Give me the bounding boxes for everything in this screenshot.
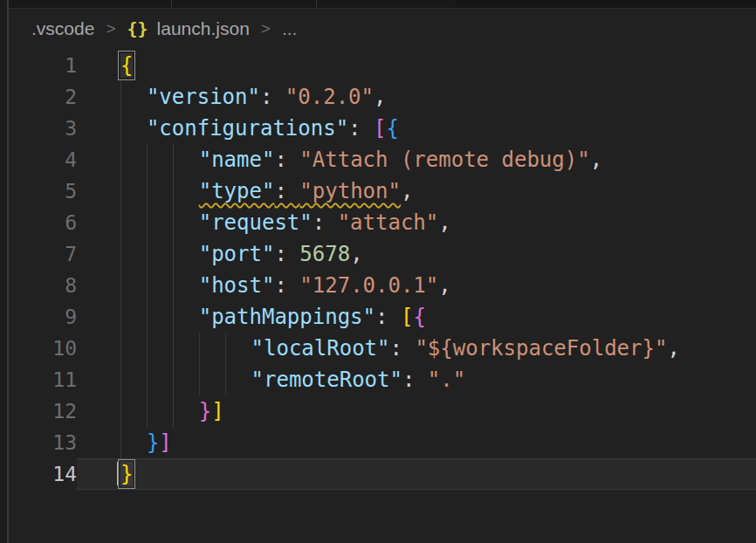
code-token: ,	[667, 336, 679, 361]
line-content[interactable]: }]	[77, 395, 756, 427]
code-token: :	[348, 116, 374, 141]
indent-guide	[173, 333, 199, 364]
line-number[interactable]: 4	[9, 144, 77, 175]
breadcrumb-chevron-icon: >	[106, 19, 115, 38]
code-token: :	[274, 148, 299, 172]
code-token: 5678	[299, 242, 350, 266]
line-content[interactable]: }]	[77, 427, 756, 458]
code-token: "localRoot"	[251, 336, 390, 361]
tab-separator	[316, 0, 317, 8]
line-number[interactable]: 13	[9, 427, 77, 458]
indent-guide	[120, 81, 147, 113]
line-content[interactable]: "port": 5678,	[77, 238, 756, 270]
code-token: "attach"	[338, 210, 439, 235]
matched-bracket: {	[120, 53, 133, 78]
code-token: }	[199, 399, 211, 423]
tab-bar-empty-area	[456, 0, 756, 8]
indent-guide	[225, 333, 251, 364]
indent-guide	[199, 364, 225, 395]
editor-group-left-border	[0, 0, 9, 543]
line-number[interactable]: 1	[9, 50, 77, 81]
indent-guide	[225, 364, 251, 395]
line-content[interactable]: }	[77, 458, 756, 490]
line-content[interactable]: {	[77, 50, 756, 81]
code-line: 2 "version": "0.2.0",	[9, 81, 756, 113]
line-content[interactable]: "type": "python",	[77, 175, 756, 207]
code-token: "type"	[199, 179, 275, 203]
indent-guide	[147, 175, 173, 207]
code-token: "python"	[299, 179, 401, 203]
tab-separator	[171, 0, 172, 8]
line-content[interactable]: "remoteRoot": "."	[77, 364, 756, 395]
line-content[interactable]: "localRoot": "${workspaceFolder}",	[77, 333, 756, 364]
code-line: 3 "configurations": [{	[9, 113, 756, 144]
code-token: "127.0.0.1"	[299, 273, 438, 298]
code-token: "host"	[199, 273, 275, 298]
code-editor[interactable]: 1{2 "version": "0.2.0",3 "configurations…	[9, 50, 756, 490]
code-token: ]	[211, 399, 223, 423]
line-number[interactable]: 7	[9, 238, 77, 270]
line-number[interactable]: 10	[9, 333, 77, 364]
line-content[interactable]: "version": "0.2.0",	[77, 81, 756, 113]
indent-guide	[120, 175, 147, 207]
breadcrumb: .vscode>{}launch.json>...	[9, 9, 756, 49]
code-line: 6 "request": "attach",	[9, 207, 756, 238]
vscode-window: .vscode>{}launch.json>... 1{2 "version":…	[0, 0, 756, 543]
code-token: :	[274, 242, 299, 266]
indent-guide	[173, 144, 199, 175]
breadcrumb-chevron-icon: >	[261, 19, 271, 38]
indent-guide	[147, 144, 173, 175]
code-line: 14}	[9, 458, 756, 490]
line-content[interactable]: "request": "attach",	[77, 207, 756, 238]
line-content[interactable]: "configurations": [{	[77, 113, 756, 144]
code-token: "configurations"	[147, 116, 348, 141]
code-token: "pathMappings"	[199, 305, 375, 329]
line-number[interactable]: 11	[9, 364, 77, 395]
indent-guide	[147, 238, 173, 270]
line-number[interactable]: 9	[9, 301, 77, 333]
indent-guide	[147, 301, 173, 333]
indent-guide	[173, 238, 199, 270]
indent-guide	[120, 238, 147, 270]
code-token: :	[402, 368, 428, 392]
line-number[interactable]: 2	[9, 81, 77, 113]
tab-bar[interactable]	[0, 0, 756, 9]
code-line: 7 "port": 5678,	[9, 238, 756, 270]
code-line: 10 "localRoot": "${workspaceFolder}",	[9, 333, 756, 364]
code-token: ]	[159, 430, 171, 455]
indent-guide	[147, 395, 173, 427]
breadcrumb-item-folder[interactable]: .vscode	[31, 18, 94, 39]
code-token: "remoteRoot"	[251, 368, 402, 392]
code-token: [	[401, 305, 413, 329]
line-content[interactable]: "pathMappings": [{	[77, 301, 756, 333]
code-token: }	[147, 430, 159, 455]
code-token: ,	[401, 179, 413, 203]
indent-guide	[173, 175, 199, 207]
indent-guide	[173, 301, 199, 333]
code-token: ,	[374, 85, 386, 109]
indent-guide	[173, 364, 199, 395]
line-content[interactable]: "name": "Attach (remote debug)",	[77, 144, 756, 175]
indent-guide	[147, 207, 173, 238]
code-token: "0.2.0"	[285, 85, 374, 109]
code-token: "Attach (remote debug)"	[299, 148, 589, 172]
line-number[interactable]: 6	[9, 207, 77, 238]
indent-guide	[120, 113, 147, 144]
breadcrumb-item-file[interactable]: launch.json	[157, 18, 250, 39]
line-content[interactable]: "host": "127.0.0.1",	[77, 270, 756, 301]
code-token: :	[375, 305, 401, 329]
code-line: 9 "pathMappings": [{	[9, 301, 756, 333]
code-token: ,	[350, 242, 362, 266]
indent-guide	[199, 333, 225, 364]
indent-guide	[120, 301, 147, 333]
indent-guide	[173, 207, 199, 238]
code-token: [	[374, 116, 386, 141]
line-number[interactable]: 12	[9, 395, 77, 427]
line-number[interactable]: 5	[9, 175, 77, 207]
line-number[interactable]: 14	[9, 458, 77, 490]
line-number[interactable]: 3	[9, 113, 77, 144]
indent-guide	[120, 270, 147, 301]
code-token: "port"	[199, 242, 275, 266]
breadcrumb-item-more[interactable]: ...	[282, 18, 298, 39]
line-number[interactable]: 8	[9, 270, 77, 301]
